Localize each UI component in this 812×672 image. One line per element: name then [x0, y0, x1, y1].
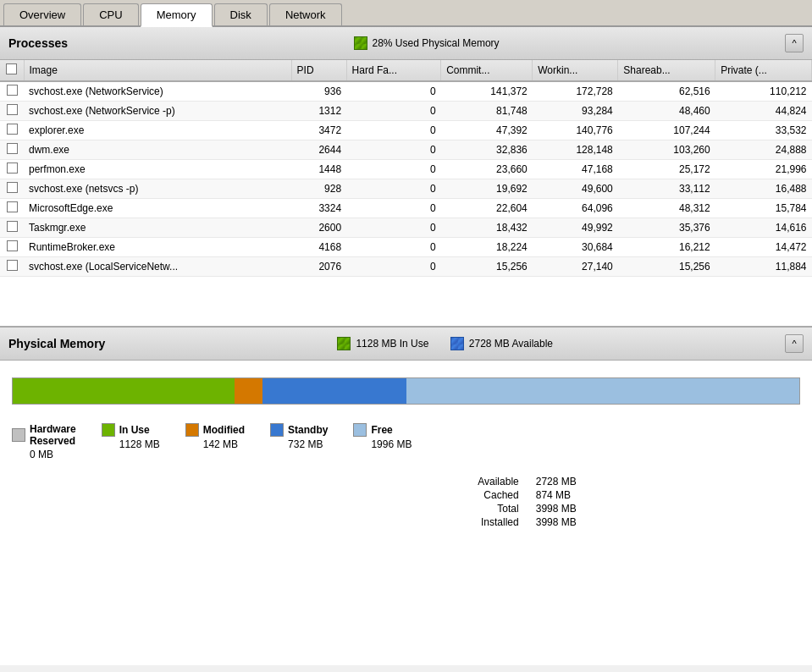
memory-legend: HardwareReserved 0 MB In Use 1128 MB Mod…	[0, 413, 812, 467]
row-pid: 1312	[291, 102, 346, 121]
processes-header: Processes 28% Used Physical Memory ^	[0, 27, 812, 60]
row-private: 24,888	[715, 140, 812, 160]
table-row[interactable]: MicrosoftEdge.exe 3324 0 22,604 64,096 4…	[0, 199, 812, 218]
legend-value-modified: 142 MB	[203, 438, 245, 450]
tab-disk[interactable]: Disk	[214, 3, 268, 25]
row-private: 110,212	[715, 81, 812, 102]
stat-label-total: Total	[254, 503, 519, 515]
row-checkbox[interactable]	[0, 218, 24, 238]
memory-in-use-stat: 1128 MB In Use	[356, 338, 428, 350]
tab-cpu[interactable]: CPU	[83, 3, 138, 25]
processes-collapse-button[interactable]: ^	[785, 34, 804, 52]
row-hard-faults: 0	[346, 81, 441, 102]
processes-table: Image PID Hard Fa... Commit... Workin...…	[0, 60, 812, 277]
stat-value-total: 3998 MB	[536, 503, 800, 515]
table-row[interactable]: dwm.exe 2644 0 32,836 128,148 103,260 24…	[0, 140, 812, 160]
row-image: RuntimeBroker.exe	[24, 238, 291, 257]
row-working: 27,140	[533, 257, 618, 277]
legend-label-free: Free	[371, 424, 392, 436]
col-working[interactable]: Workin...	[533, 60, 618, 81]
processes-stat: 28% Used Physical Memory	[373, 37, 500, 49]
legend-color-free	[353, 423, 367, 437]
row-shareable: 62,516	[618, 81, 715, 102]
legend-color-modified	[185, 423, 199, 437]
row-checkbox[interactable]	[0, 160, 24, 179]
stat-label-available: Available	[254, 476, 519, 487]
col-commit[interactable]: Commit...	[441, 60, 533, 81]
col-private[interactable]: Private (...	[715, 60, 812, 81]
row-shareable: 33,112	[618, 179, 715, 199]
row-shareable: 48,312	[618, 199, 715, 218]
row-image: svchost.exe (netsvcs -p)	[24, 179, 291, 199]
legend-item-modified: Modified 142 MB	[185, 423, 245, 460]
col-pid[interactable]: PID	[291, 60, 346, 81]
row-shareable: 48,460	[618, 102, 715, 121]
table-row[interactable]: RuntimeBroker.exe 4168 0 18,224 30,684 1…	[0, 238, 812, 257]
row-pid: 4168	[291, 238, 346, 257]
legend-value-free: 1996 MB	[371, 438, 412, 450]
row-commit: 141,372	[441, 81, 533, 102]
table-row[interactable]: perfmon.exe 1448 0 23,660 47,168 25,172 …	[0, 160, 812, 179]
row-image: dwm.exe	[24, 140, 291, 160]
row-checkbox[interactable]	[0, 238, 24, 257]
row-shareable: 107,244	[618, 121, 715, 140]
row-commit: 47,392	[441, 121, 533, 140]
row-hard-faults: 0	[346, 102, 441, 121]
legend-color-in_use	[102, 423, 115, 437]
table-row[interactable]: Taskmgr.exe 2600 0 18,432 49,992 35,376 …	[0, 218, 812, 238]
legend-header-hardware_reserved: HardwareReserved	[12, 423, 76, 447]
row-hard-faults: 0	[346, 179, 441, 199]
bar-segment-standby	[262, 378, 406, 404]
row-pid: 3472	[291, 121, 346, 140]
table-row[interactable]: svchost.exe (LocalServiceNetw... 2076 0 …	[0, 257, 812, 277]
row-checkbox[interactable]	[0, 199, 24, 218]
memory-collapse-button[interactable]: ^	[785, 334, 804, 353]
row-checkbox[interactable]	[0, 81, 24, 102]
row-checkbox[interactable]	[0, 179, 24, 199]
legend-item-in_use: In Use 1128 MB	[102, 423, 160, 460]
row-checkbox[interactable]	[0, 121, 24, 140]
table-row[interactable]: explorer.exe 3472 0 47,392 140,776 107,2…	[0, 121, 812, 140]
legend-header-modified: Modified	[185, 423, 245, 437]
row-image: svchost.exe (NetworkService)	[24, 81, 291, 102]
row-checkbox[interactable]	[0, 257, 24, 277]
legend-header-free: Free	[353, 423, 412, 437]
memory-header: Physical Memory 1128 MB In Use 2728 MB A…	[0, 328, 812, 361]
row-checkbox[interactable]	[0, 102, 24, 121]
row-hard-faults: 0	[346, 238, 441, 257]
table-row[interactable]: svchost.exe (NetworkService -p) 1312 0 8…	[0, 102, 812, 121]
col-hard-faults[interactable]: Hard Fa...	[346, 60, 441, 81]
memory-blue-icon	[450, 337, 464, 350]
memory-available-stat: 2728 MB Available	[469, 338, 553, 350]
stat-label-installed: Installed	[254, 516, 519, 528]
row-hard-faults: 0	[346, 199, 441, 218]
row-private: 15,784	[715, 199, 812, 218]
tab-bar: Overview CPU Memory Disk Network	[0, 0, 812, 27]
col-image[interactable]: Image	[24, 60, 291, 81]
legend-color-hardware_reserved	[12, 428, 25, 442]
col-shareable[interactable]: Shareab...	[618, 60, 715, 81]
row-hard-faults: 0	[346, 121, 441, 140]
select-all-checkbox[interactable]	[6, 63, 17, 74]
tab-overview[interactable]: Overview	[3, 3, 81, 25]
row-private: 14,616	[715, 218, 812, 238]
row-hard-faults: 0	[346, 218, 441, 238]
table-row[interactable]: svchost.exe (NetworkService) 936 0 141,3…	[0, 81, 812, 102]
row-shareable: 15,256	[618, 257, 715, 277]
row-image: explorer.exe	[24, 121, 291, 140]
tab-network[interactable]: Network	[269, 3, 342, 25]
tab-memory[interactable]: Memory	[141, 3, 213, 27]
processes-table-container[interactable]: Image PID Hard Fa... Commit... Workin...…	[0, 60, 812, 325]
row-shareable: 25,172	[618, 160, 715, 179]
processes-stat-area: 28% Used Physical Memory	[354, 36, 500, 50]
legend-color-standby	[270, 423, 284, 437]
row-commit: 15,256	[441, 257, 533, 277]
legend-header-in_use: In Use	[102, 423, 160, 437]
row-private: 14,472	[715, 238, 812, 257]
green-block-icon	[354, 36, 367, 50]
row-checkbox[interactable]	[0, 140, 24, 160]
row-pid: 3324	[291, 199, 346, 218]
table-row[interactable]: svchost.exe (netsvcs -p) 928 0 19,692 49…	[0, 179, 812, 199]
legend-label-modified: Modified	[203, 424, 245, 436]
processes-title: Processes	[8, 36, 68, 50]
